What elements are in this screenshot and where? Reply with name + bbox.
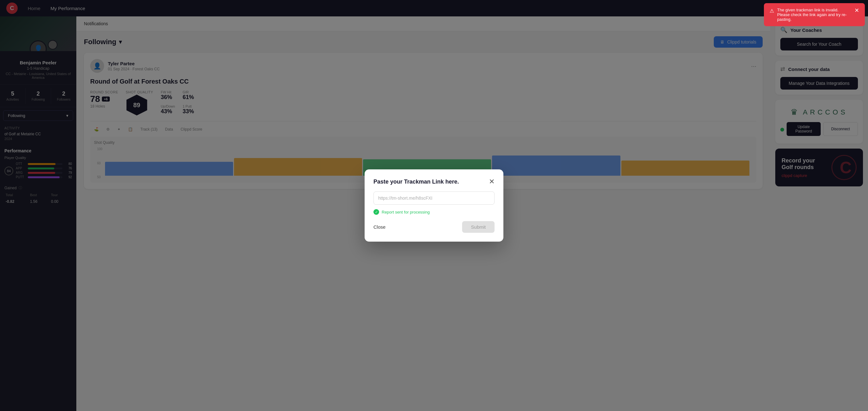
modal-overlay[interactable]: Paste your Trackman Link here. ✕ ✓ Repor… (0, 0, 868, 411)
modal-title: Paste your Trackman Link here. (373, 179, 459, 185)
trackman-modal: Paste your Trackman Link here. ✕ ✓ Repor… (365, 169, 503, 242)
modal-header: Paste your Trackman Link here. ✕ (373, 178, 495, 185)
modal-footer: Close Submit (373, 221, 495, 233)
toast-message: The given trackman link is invalid. Plea… (777, 7, 851, 22)
warning-icon: ⚠ (770, 8, 774, 14)
modal-success-message: ✓ Report sent for processing (373, 209, 495, 215)
success-checkmark: ✓ (373, 209, 379, 215)
trackman-link-input[interactable] (373, 191, 495, 205)
toast-close-button[interactable]: ✕ (855, 7, 859, 13)
modal-close-button[interactable]: Close (373, 224, 385, 230)
error-toast: ⚠ The given trackman link is invalid. Pl… (764, 3, 865, 26)
modal-submit-button[interactable]: Submit (462, 221, 495, 233)
modal-close-x-button[interactable]: ✕ (489, 178, 495, 185)
